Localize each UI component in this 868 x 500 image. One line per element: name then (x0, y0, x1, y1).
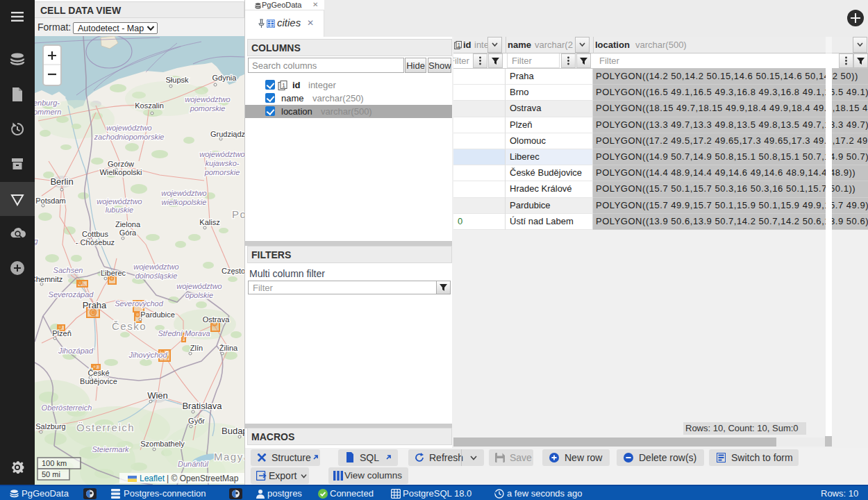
svg-text:opolskie: opolskie (185, 291, 213, 299)
svg-text:Österreich: Österreich (76, 422, 135, 433)
svg-text:Koszalin: Koszalin (135, 101, 164, 110)
svg-text:kujawsko-: kujawsko- (206, 159, 240, 167)
svg-text:Střední Morava: Střední Morava (158, 329, 210, 338)
svg-text:- Chóśebuz: - Chóśebuz (76, 238, 115, 247)
svg-text:Pardubice: Pardubice (140, 310, 175, 319)
svg-text:Praha: Praha (83, 300, 107, 310)
svg-text:Magyarország: Magyarország (214, 451, 244, 462)
svg-text:województwo: województwo (176, 282, 222, 290)
svg-text:České: České (87, 369, 109, 377)
svg-text:Polska: Polska (232, 208, 244, 220)
svg-text:Wien: Wien (147, 390, 168, 401)
svg-text:województwo: województwo (133, 262, 178, 271)
svg-text:Steiermark: Steiermark (92, 445, 129, 453)
svg-text:Jihozápad: Jihozápad (58, 347, 94, 355)
svg-text:Zlín: Zlín (190, 344, 203, 352)
svg-text:Česko: Česko (112, 320, 147, 332)
svg-text:Zielona: Zielona (115, 220, 141, 228)
svg-text:Dunántúl: Dunántúl (178, 460, 209, 468)
svg-text:Słupsk: Słupsk (165, 76, 189, 84)
svg-text:Oberösterreich: Oberösterreich (42, 403, 92, 412)
svg-text:Wielkopolski: Wielkopolski (99, 168, 142, 176)
svg-text:Cottbus: Cottbus (82, 230, 108, 238)
svg-text:Chemnitz: Chemnitz (35, 275, 62, 283)
svg-text:1: 1 (282, 82, 285, 89)
svg-text:Kalisz: Kalisz (199, 218, 219, 226)
svg-text:Severovýchod: Severovýchod (115, 299, 164, 308)
svg-text:Szombathely: Szombathely (140, 440, 185, 448)
svg-text:Budějovice: Budějovice (80, 377, 117, 385)
svg-text:Bratislava: Bratislava (182, 401, 222, 411)
svg-text:zachodniopomorskie: zachodniopomorskie (94, 133, 165, 141)
svg-text:| © OpenStreetMap: | © OpenStreetMap (167, 474, 239, 483)
svg-text:ommern: ommern (35, 108, 61, 116)
svg-text:1: 1 (457, 42, 460, 49)
svg-text:dolnośląskie: dolnośląskie (135, 272, 178, 280)
svg-text:Sachsen: Sachsen (53, 266, 83, 274)
svg-text:Góra: Góra (119, 228, 137, 237)
svg-text:lubuskie: lubuskie (106, 206, 133, 214)
svg-text:Gorzów: Gorzów (108, 160, 134, 168)
svg-text:Gdynia: Gdynia (212, 74, 237, 82)
svg-text:Leaflet: Leaflet (140, 474, 165, 483)
svg-text:Częstochowa: Częstochowa (222, 267, 244, 275)
svg-text:Potsdam: Potsdam (35, 197, 65, 205)
svg-text:Plzeň: Plzeň (52, 329, 72, 338)
svg-text:Severozápad: Severozápad (49, 290, 94, 299)
svg-text:Jihovýchod: Jihovýchod (128, 351, 167, 359)
svg-text:Žilina: Žilina (219, 344, 238, 352)
svg-text:Grudziądz: Grudziądz (210, 130, 244, 138)
svg-text:pomorskie: pomorskie (190, 104, 226, 112)
svg-text:50 mi: 50 mi (42, 470, 60, 478)
svg-text:pomorskie: pomorskie (204, 168, 240, 176)
svg-text:Budapest: Budapest (222, 426, 244, 436)
svg-text:województwo: województwo (185, 95, 230, 103)
svg-text:Ostrava: Ostrava (203, 315, 230, 324)
svg-text:województwo: województwo (199, 150, 244, 158)
svg-text:Győr: Győr (188, 417, 205, 425)
svg-text:Berlin: Berlin (50, 176, 73, 187)
svg-text:Salzburg: Salzburg (35, 422, 65, 431)
svg-text:Liberec: Liberec (101, 269, 126, 277)
svg-text:100 km: 100 km (42, 459, 67, 467)
svg-text:województwo: województwo (97, 197, 142, 206)
svg-text:enburg-: enburg- (35, 99, 60, 107)
svg-text:województwo: województwo (161, 189, 206, 197)
svg-text:województwo: województwo (106, 124, 151, 132)
svg-text:wielkopolskie: wielkopolskie (162, 198, 207, 206)
